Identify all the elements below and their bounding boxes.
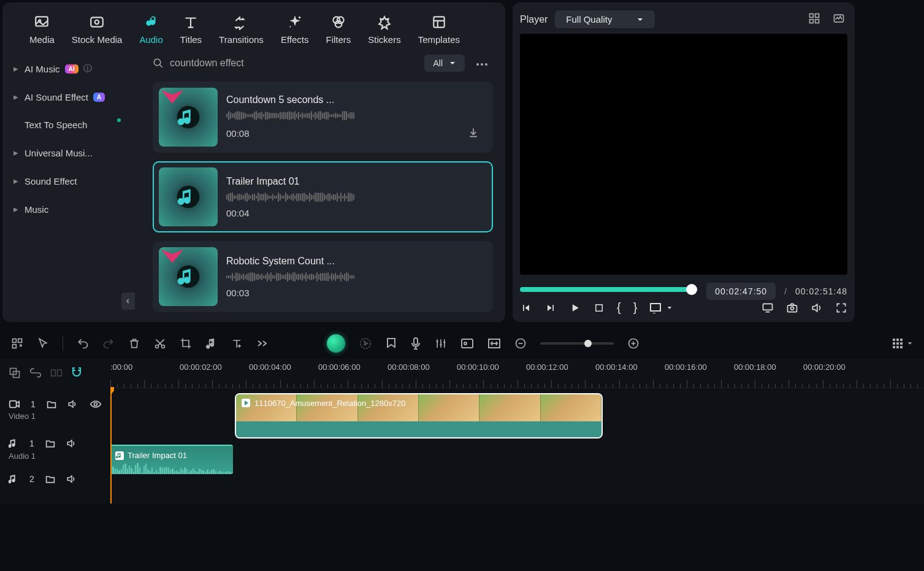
tab-stickers[interactable]: Stickers (359, 13, 409, 45)
speed-button[interactable] (205, 337, 218, 350)
delete-button[interactable] (128, 337, 140, 350)
video-track-header[interactable]: 1 Video 1 (0, 388, 110, 431)
aspect-dropdown[interactable] (649, 302, 673, 313)
zoom-out-button[interactable] (514, 337, 527, 350)
filter-dropdown[interactable]: All (424, 55, 465, 72)
eye-icon[interactable] (90, 400, 102, 408)
sparkle-icon (286, 13, 304, 31)
more-menu[interactable] (473, 56, 491, 71)
svg-rect-52 (10, 400, 17, 407)
audio-duration: 00:03 (226, 288, 250, 298)
tab-effects[interactable]: Effects (272, 13, 318, 45)
folder-icon[interactable] (45, 439, 55, 448)
svg-rect-50 (52, 370, 56, 376)
apps-icon[interactable] (11, 337, 23, 350)
tab-titles[interactable]: Titles (172, 13, 210, 45)
audio-thumb (159, 88, 218, 147)
undo-button[interactable] (77, 337, 89, 350)
crop-button[interactable] (180, 337, 192, 350)
voiceover-button[interactable] (410, 337, 421, 350)
scope-button[interactable] (830, 10, 847, 29)
tab-filters[interactable]: Filters (317, 13, 359, 45)
svg-rect-45 (893, 346, 895, 348)
folder-icon[interactable] (45, 474, 55, 484)
sidebar-item-ai-sound-effect[interactable]: ▸AI Sound EffectA (2, 83, 134, 111)
more-tools[interactable] (257, 340, 269, 347)
sidebar-item-universal-music[interactable]: ▸Universal Musi... (2, 139, 134, 167)
cursor-tool[interactable] (37, 337, 49, 350)
audio-sidebar: ▸AI MusicAIⓘ ▸AI Sound EffectA Text To S… (2, 50, 134, 322)
tab-stock-media[interactable]: Stock Media (63, 13, 131, 45)
step-back-button[interactable] (520, 302, 532, 314)
speaker-icon[interactable] (66, 439, 77, 448)
speaker-icon[interactable] (66, 474, 77, 484)
chevron-right-icon (13, 120, 20, 130)
audio-mixer-button[interactable] (435, 337, 447, 350)
video-clip[interactable]: 1110670_Amusement_Relation_1280x720 (235, 393, 603, 439)
mark-out-button[interactable]: } (633, 301, 638, 315)
sidebar-item-music[interactable]: ▸Music (2, 195, 134, 223)
redo-button[interactable] (102, 337, 115, 350)
add-track-icon[interactable] (9, 367, 21, 381)
link-icon[interactable] (29, 368, 42, 380)
zoom-slider[interactable] (540, 342, 614, 345)
tab-audio[interactable]: Audio (131, 13, 171, 45)
play-button[interactable] (569, 302, 581, 314)
audio-result-item[interactable]: Robotic System Count ... 00:03 (153, 241, 493, 312)
folder-icon[interactable] (47, 399, 56, 409)
audio-clip[interactable]: Trailer Impact 01 (110, 445, 233, 474)
zoom-in-button[interactable] (627, 337, 640, 350)
current-time[interactable]: 00:02:47:50 (706, 283, 776, 300)
audio-track-header-2[interactable]: 2 (0, 467, 110, 491)
video-preview[interactable] (520, 34, 847, 275)
tab-media[interactable]: Media (21, 13, 63, 45)
music-icon (9, 473, 18, 485)
audio-result-item[interactable]: Trailer Impact 01 00:04 (153, 161, 493, 232)
download-button[interactable] (467, 126, 487, 140)
snapshot-button[interactable] (786, 302, 798, 314)
ai-assistant[interactable] (327, 334, 345, 353)
timeline-ruler[interactable]: :00:0000:00:02:0000:00:04:0000:00:06:000… (110, 359, 924, 388)
sidebar-item-tts[interactable]: Text To Speech (2, 111, 134, 139)
adjust-button[interactable] (460, 338, 474, 349)
render-button[interactable] (359, 337, 372, 350)
audio-track[interactable]: Trailer Impact 01 (110, 443, 924, 479)
collapse-sidebar-button[interactable] (121, 293, 135, 310)
svg-rect-47 (900, 346, 903, 348)
playback-scrubber[interactable] (520, 287, 698, 292)
video-track[interactable]: 1110670_Amusement_Relation_1280x720 (110, 388, 924, 443)
cut-button[interactable] (154, 337, 166, 350)
fit-button[interactable] (487, 338, 501, 349)
volume-button[interactable] (811, 302, 823, 314)
track-options[interactable] (892, 338, 913, 349)
audio-track-header[interactable]: 1 Audio 1 (0, 431, 110, 467)
audio-results: Countdown 5 seconds ... 00:08 Trailer Im… (153, 82, 493, 322)
sidebar-item-ai-music[interactable]: ▸AI MusicAIⓘ (2, 55, 134, 83)
svg-rect-41 (900, 339, 903, 341)
quality-dropdown[interactable]: Full Quality (555, 10, 655, 28)
text-button[interactable] (231, 337, 243, 350)
tab-templates[interactable]: Templates (410, 13, 468, 45)
step-forward-button[interactable] (544, 302, 557, 314)
svg-point-53 (94, 402, 97, 405)
ripple-icon[interactable] (50, 368, 63, 380)
tab-transitions[interactable]: Transitions (210, 13, 272, 45)
sidebar-item-sound-effect[interactable]: ▸Sound Effect (2, 167, 134, 195)
magnet-icon[interactable] (71, 367, 82, 381)
timeline-canvas[interactable]: :00:0000:00:02:0000:00:04:0000:00:06:000… (110, 359, 924, 504)
track-name: Video 1 (9, 412, 102, 421)
marker-button[interactable] (386, 337, 397, 350)
audio-track-2[interactable] (110, 479, 924, 504)
media-panel: Media Stock Media Audio Titles Transitio… (2, 2, 505, 322)
cloud-image-icon (88, 13, 105, 31)
mark-in-button[interactable]: { (617, 301, 621, 315)
audio-result-item[interactable]: Countdown 5 seconds ... 00:08 (153, 82, 493, 153)
svg-rect-23 (651, 304, 660, 311)
display-button[interactable] (762, 302, 774, 314)
grid-view-button[interactable] (806, 10, 823, 29)
stop-button[interactable] (594, 302, 605, 313)
search-input[interactable]: countdown effect (153, 58, 416, 69)
speaker-icon[interactable] (67, 399, 78, 409)
fullscreen-button[interactable] (835, 302, 847, 314)
info-icon[interactable]: ⓘ (83, 63, 92, 74)
